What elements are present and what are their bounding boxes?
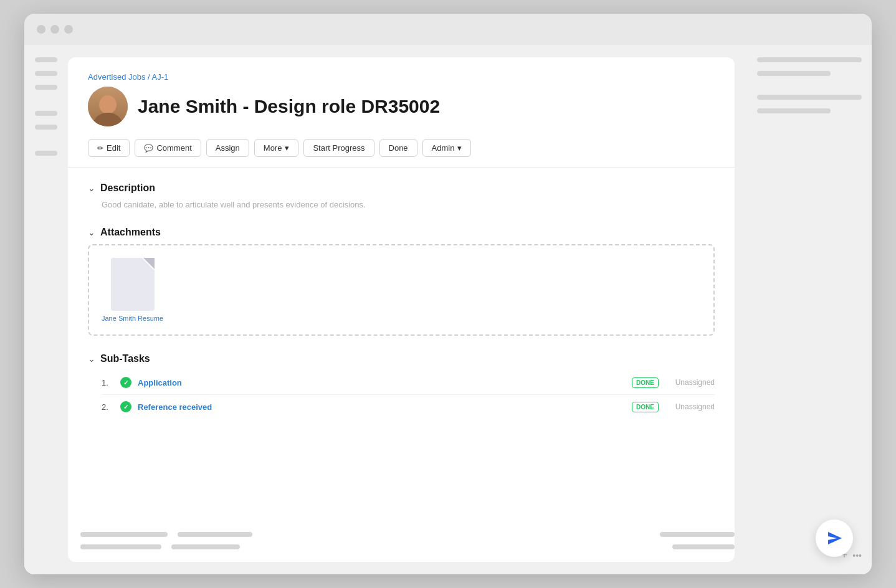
minimize-button[interactable]: [50, 25, 59, 34]
subtask-badge-1: DONE: [632, 377, 659, 388]
subtasks-title: Sub-Tasks: [100, 353, 150, 364]
maximize-button[interactable]: [64, 25, 73, 34]
avatar: [88, 87, 128, 126]
edit-icon: ✏: [97, 144, 103, 153]
description-section: ⌄ Description Good canidate, able to art…: [88, 183, 715, 209]
right-bar-4: [757, 108, 831, 113]
edit-button[interactable]: ✏ Edit: [88, 139, 130, 157]
subtask-item-2: 2. Reference received DONE Unassigned: [102, 395, 715, 419]
assign-button[interactable]: Assign: [206, 139, 249, 157]
right-bar-2: [757, 71, 831, 76]
chevron-down-icon: ▾: [285, 143, 289, 153]
right-bar-1: [757, 57, 862, 62]
subtasks-chevron-icon[interactable]: ⌄: [88, 354, 95, 364]
send-icon: [824, 528, 844, 548]
bottom-bar-1: [80, 532, 168, 537]
bottom-bar-6: [672, 544, 735, 549]
subtask-name-1[interactable]: Application: [138, 378, 626, 387]
app-window: Advertised Jobs / AJ-1 Jane Smith - Desi…: [24, 14, 872, 574]
content-area: Advertised Jobs / AJ-1 Jane Smith - Desi…: [24, 45, 872, 574]
bottom-placeholders-right-2: [672, 544, 735, 549]
file-icon: [111, 258, 155, 311]
sidebar-bar-5: [35, 125, 57, 130]
attachments-chevron-icon[interactable]: ⌄: [88, 227, 95, 237]
traffic-lights: [37, 25, 73, 34]
avatar-image: [88, 87, 128, 126]
page-title: Jane Smith - Design role DR35002: [138, 96, 440, 117]
subtask-done-icon-1: [120, 377, 131, 388]
description-title: Description: [100, 183, 155, 194]
subtask-assignee-1: Unassigned: [665, 378, 715, 387]
description-text: Good canidate, able to articulate well a…: [102, 200, 715, 209]
bottom-placeholders: [80, 532, 252, 537]
bottom-placeholders-right: [660, 532, 735, 537]
subtasks-section: ⌄ Sub-Tasks 1. Application DONE Unassign…: [88, 353, 715, 419]
content-card: ⌄ Description Good canidate, able to art…: [68, 168, 735, 562]
more-button[interactable]: More ▾: [254, 139, 299, 157]
main-panel: Advertised Jobs / AJ-1 Jane Smith - Desi…: [68, 45, 747, 574]
breadcrumb[interactable]: Advertised Jobs / AJ-1: [88, 72, 715, 82]
main-card: Advertised Jobs / AJ-1 Jane Smith - Desi…: [68, 57, 735, 562]
attachments-section: ⌄ Attachments Jane Smith Resume: [88, 227, 715, 336]
bottom-bar-5: [660, 532, 735, 537]
comment-button[interactable]: 💬 Comment: [135, 139, 201, 157]
more-dots-icon[interactable]: •••: [852, 551, 862, 561]
right-bar-3: [757, 95, 862, 100]
bottom-bar-2: [178, 532, 252, 537]
subtask-number-1: 1.: [102, 378, 114, 387]
subtasks-list: 1. Application DONE Unassigned 2. Refere…: [102, 371, 715, 419]
sidebar-bar-4: [35, 111, 57, 116]
toolbar: ✏ Edit 💬 Comment Assign More ▾: [68, 139, 735, 168]
subtask-done-icon-2: [120, 401, 131, 412]
description-header: ⌄ Description: [88, 183, 715, 194]
attachments-title: Attachments: [100, 227, 161, 238]
start-progress-button[interactable]: Start Progress: [303, 139, 374, 157]
bottom-bar-3: [80, 544, 161, 549]
bottom-placeholders-2: [80, 544, 240, 549]
fab-button[interactable]: [816, 519, 853, 557]
comment-icon: 💬: [144, 144, 153, 153]
sidebar-bar-2: [35, 71, 57, 76]
admin-chevron-icon: ▾: [457, 143, 462, 153]
sidebar-bar-6: [35, 151, 57, 156]
right-panel: + •••: [747, 45, 872, 574]
subtask-number-2: 2.: [102, 402, 114, 412]
sidebar-bar-3: [35, 85, 57, 90]
admin-button[interactable]: Admin ▾: [422, 139, 472, 157]
attachments-dropzone[interactable]: Jane Smith Resume: [88, 244, 715, 336]
file-card[interactable]: Jane Smith Resume: [102, 258, 163, 322]
subtask-name-2[interactable]: Reference received: [138, 402, 626, 412]
sidebar-bar-1: [35, 57, 57, 62]
bottom-bar-4: [171, 544, 240, 549]
subtask-badge-2: DONE: [632, 402, 659, 412]
subtask-item: 1. Application DONE Unassigned: [102, 371, 715, 395]
attachments-header: ⌄ Attachments: [88, 227, 715, 238]
header-card: Advertised Jobs / AJ-1 Jane Smith - Desi…: [68, 57, 735, 139]
subtasks-header: ⌄ Sub-Tasks: [88, 353, 715, 364]
done-button[interactable]: Done: [379, 139, 417, 157]
close-button[interactable]: [37, 25, 45, 34]
description-chevron-icon[interactable]: ⌄: [88, 183, 95, 193]
page-title-row: Jane Smith - Design role DR35002: [88, 87, 715, 126]
file-name: Jane Smith Resume: [102, 315, 163, 322]
sidebar: [24, 45, 68, 574]
subtask-assignee-2: Unassigned: [665, 402, 715, 411]
